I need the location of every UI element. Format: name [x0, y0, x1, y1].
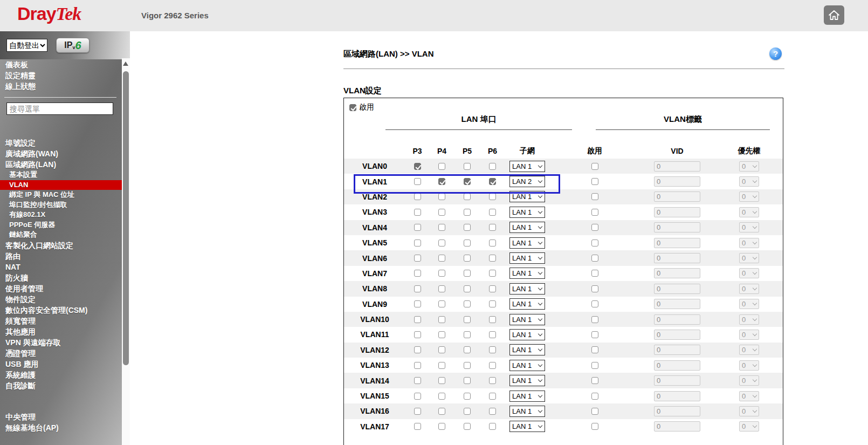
vlan0-port-p3-checkbox[interactable] — [414, 163, 421, 170]
vlan7-port-p6-checkbox[interactable] — [489, 270, 496, 277]
vlan17-subnet-select[interactable]: LAN 1 — [509, 421, 545, 432]
vlan3-port-p4-checkbox[interactable] — [438, 209, 445, 216]
vlan7-port-p5-checkbox[interactable] — [464, 270, 471, 277]
home-button[interactable] — [824, 5, 844, 25]
vlan4-port-p4-checkbox[interactable] — [438, 224, 445, 231]
vlan8-port-p4-checkbox[interactable] — [438, 285, 445, 292]
sidebar-item-ap[interactable]: 無線基地台(AP) — [0, 422, 122, 433]
vlan15-port-p5-checkbox[interactable] — [464, 393, 471, 400]
vlan4-port-p6-checkbox[interactable] — [489, 224, 496, 231]
sidebar-item-vpn[interactable]: VPN 與遠端存取 — [0, 337, 122, 348]
vlan10-subnet-select[interactable]: LAN 1 — [509, 314, 545, 325]
sidebar-item-[interactable]: 埠口監控/封包擷取 — [0, 200, 122, 210]
sidebar-item-[interactable]: 自我診斷 — [0, 380, 122, 391]
sidebar-scrollbar[interactable] — [122, 58, 130, 445]
sidebar-item-usb[interactable]: USB 應用 — [0, 359, 122, 369]
auto-logout-select[interactable]: 自動登出 — [6, 39, 47, 52]
vlan10-tag-enable-checkbox[interactable] — [591, 316, 598, 323]
sidebar-item-[interactable]: 設定精靈 — [0, 70, 122, 81]
vlan1-subnet-select[interactable]: LAN 2 — [509, 176, 545, 187]
vlan15-port-p6-checkbox[interactable] — [489, 393, 496, 400]
vlan16-port-p6-checkbox[interactable] — [489, 408, 496, 415]
vlan4-subnet-select[interactable]: LAN 1 — [509, 222, 545, 233]
vlan5-port-p4-checkbox[interactable] — [438, 239, 445, 247]
sidebar-item-[interactable]: 鏈結聚合 — [0, 230, 122, 240]
vlan6-port-p3-checkbox[interactable] — [414, 255, 421, 262]
vlan17-tag-enable-checkbox[interactable] — [591, 423, 598, 430]
vlan5-port-p3-checkbox[interactable] — [414, 239, 421, 247]
vlan5-port-p5-checkbox[interactable] — [464, 239, 471, 247]
sidebar-item-[interactable]: 線上狀態 — [0, 81, 122, 92]
vlan8-port-p6-checkbox[interactable] — [489, 285, 496, 292]
vlan3-subnet-select[interactable]: LAN 1 — [509, 207, 545, 218]
help-icon[interactable]: ? — [769, 47, 782, 60]
vlan16-subnet-select[interactable]: LAN 1 — [509, 406, 545, 417]
vlan14-port-p5-checkbox[interactable] — [464, 377, 471, 384]
vlan4-port-p3-checkbox[interactable] — [414, 224, 421, 231]
vlan11-subnet-select[interactable]: LAN 1 — [509, 329, 545, 340]
sidebar-item-[interactable]: 埠號設定 — [0, 138, 122, 148]
sidebar-item-[interactable]: 基本設置 — [0, 170, 122, 180]
vlan14-port-p3-checkbox[interactable] — [414, 377, 421, 384]
sidebar-item-[interactable]: 防火牆 — [0, 272, 122, 283]
ipv6-button[interactable]: IPv6 — [56, 38, 89, 53]
vlan17-port-p5-checkbox[interactable] — [464, 423, 471, 430]
vlan2-port-p6-checkbox[interactable] — [489, 193, 496, 200]
sidebar-item-[interactable]: 使用者管理 — [0, 283, 122, 294]
vlan0-port-p4-checkbox[interactable] — [438, 163, 445, 170]
vlan12-port-p4-checkbox[interactable] — [438, 346, 445, 353]
sidebar-item-[interactable]: 頻寬管理 — [0, 316, 122, 326]
sidebar-item-lan[interactable]: 區域網路(LAN) — [0, 159, 122, 170]
scroll-up-arrow[interactable] — [123, 61, 128, 66]
vlan8-port-p5-checkbox[interactable] — [464, 285, 471, 292]
sidebar-item-[interactable]: 客製化入口網站設定 — [0, 240, 122, 251]
sidebar-item-8021x[interactable]: 有線802.1X — [0, 210, 122, 220]
vlan3-port-p5-checkbox[interactable] — [464, 209, 471, 216]
vlan13-port-p6-checkbox[interactable] — [489, 362, 496, 369]
vlan17-port-p3-checkbox[interactable] — [414, 423, 421, 430]
sidebar-item-[interactable]: 其他應用 — [0, 326, 122, 337]
vlan16-port-p4-checkbox[interactable] — [438, 408, 445, 415]
vlan2-port-p3-checkbox[interactable] — [414, 193, 421, 200]
vlan2-port-p5-checkbox[interactable] — [464, 193, 471, 200]
vlan11-port-p5-checkbox[interactable] — [464, 331, 471, 338]
vlan1-port-p6-checkbox[interactable] — [489, 178, 496, 185]
vlan9-port-p3-checkbox[interactable] — [414, 300, 421, 307]
sidebar-item-nat[interactable]: NAT — [0, 262, 122, 272]
vlan14-subnet-select[interactable]: LAN 1 — [509, 375, 545, 386]
vlan4-tag-enable-checkbox[interactable] — [591, 224, 598, 231]
vlan13-port-p4-checkbox[interactable] — [438, 362, 445, 369]
vlan2-subnet-select[interactable]: LAN 1 — [509, 191, 545, 202]
vlan13-port-p3-checkbox[interactable] — [414, 362, 421, 369]
menu-search-input[interactable] — [6, 102, 113, 115]
vlan1-tag-enable-checkbox[interactable] — [591, 178, 598, 185]
vlan13-tag-enable-checkbox[interactable] — [591, 362, 598, 369]
vlan1-port-p4-checkbox[interactable] — [438, 178, 445, 185]
vlan8-port-p3-checkbox[interactable] — [414, 285, 421, 292]
vlan11-port-p4-checkbox[interactable] — [438, 331, 445, 338]
vlan10-port-p3-checkbox[interactable] — [414, 316, 421, 323]
vlan2-tag-enable-checkbox[interactable] — [591, 193, 598, 200]
vlan16-tag-enable-checkbox[interactable] — [591, 408, 598, 415]
vlan14-tag-enable-checkbox[interactable] — [591, 377, 598, 384]
draytek-logo[interactable]: DrayTek — [17, 3, 81, 24]
vlan11-port-p6-checkbox[interactable] — [489, 331, 496, 338]
vlan15-tag-enable-checkbox[interactable] — [591, 393, 598, 400]
vlan16-port-p3-checkbox[interactable] — [414, 408, 421, 415]
vlan9-port-p6-checkbox[interactable] — [489, 300, 496, 307]
vlan12-port-p6-checkbox[interactable] — [489, 346, 496, 353]
vlan10-port-p6-checkbox[interactable] — [489, 316, 496, 323]
vlan13-port-p5-checkbox[interactable] — [464, 362, 471, 369]
vlan0-subnet-select[interactable]: LAN 1 — [509, 161, 545, 172]
sidebar-item-csm[interactable]: 數位內容安全管理(CSM) — [0, 305, 122, 316]
vlan12-subnet-select[interactable]: LAN 1 — [509, 344, 545, 355]
sidebar-item-[interactable]: 物件設定 — [0, 294, 122, 305]
vlan7-port-p4-checkbox[interactable] — [438, 270, 445, 277]
vlan6-port-p4-checkbox[interactable] — [438, 255, 445, 262]
vlan6-port-p5-checkbox[interactable] — [464, 255, 471, 262]
sidebar-item-[interactable]: 儀表板 — [0, 59, 122, 70]
vlan1-port-p5-checkbox[interactable] — [464, 178, 471, 185]
vlan1-port-p3-checkbox[interactable] — [414, 178, 421, 185]
sidebar-item-[interactable]: 憑證管理 — [0, 348, 122, 359]
sidebar-item-vlan[interactable]: VLAN — [0, 180, 122, 190]
